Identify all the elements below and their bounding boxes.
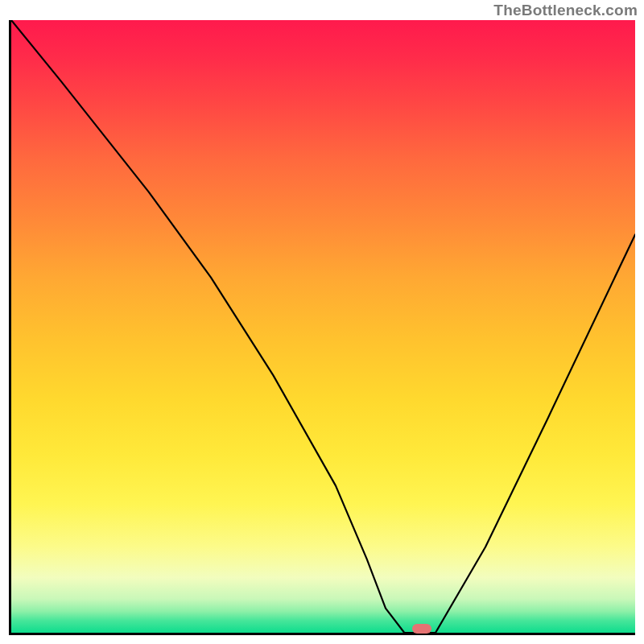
watermark-text: TheBottleneck.com: [493, 2, 638, 19]
chart-curve-svg: [11, 20, 635, 633]
chart-plot-area: [9, 20, 635, 635]
optimal-point-marker: [412, 624, 431, 634]
bottleneck-curve-line: [11, 20, 635, 633]
